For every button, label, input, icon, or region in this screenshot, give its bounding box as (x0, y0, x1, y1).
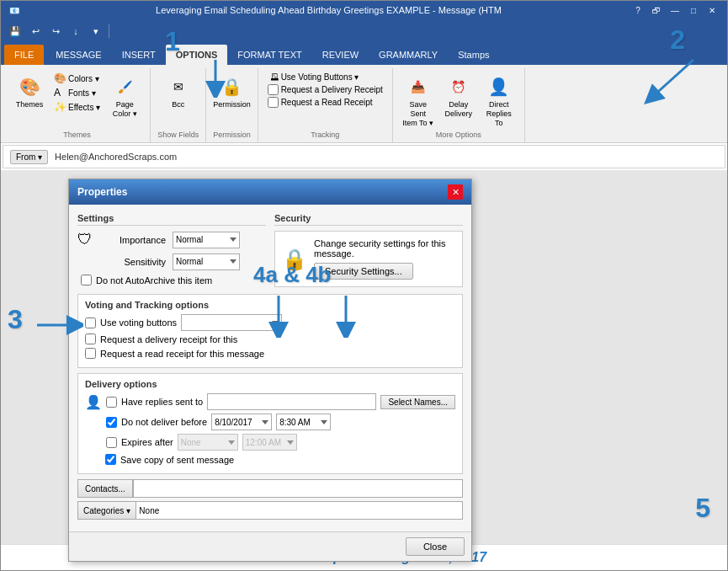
effects-icon: ✨ (54, 101, 66, 113)
tracking-content: 🗳 Use Voting Buttons ▾ Request a Deliver… (268, 72, 383, 129)
expires-checkbox[interactable] (106, 437, 117, 448)
ribbon-tabs: FILE MESSAGE INSERT OPTIONS FORMAT TEXT … (1, 43, 727, 65)
security-col: Security 🔒 Change security settings for … (274, 213, 463, 289)
ribbon-group-showfields: ✉ Bcc Show Fields (151, 68, 206, 142)
read-receipt-checkbox[interactable] (268, 97, 279, 108)
colors-btn[interactable]: 🎨 Colors ▾ (51, 72, 103, 85)
save-quick-btn[interactable]: 💾 (6, 22, 24, 40)
read-receipt-label: Request a Read Receipt (281, 98, 373, 107)
tab-stamps[interactable]: Stamps (448, 45, 499, 65)
categories-input[interactable] (136, 501, 463, 520)
delivery-time-select[interactable]: 8:30 AM (276, 414, 331, 430)
importance-label: Importance (103, 235, 166, 245)
voting-options-select[interactable] (181, 314, 282, 331)
tab-insert[interactable]: INSERT (112, 45, 166, 65)
permission-btn[interactable]: 🔒 Permission (213, 72, 250, 111)
themes-small-btns: 🎨 Colors ▾ A Fonts ▾ ✨ Effects ▾ (51, 72, 103, 114)
delivery-section: Delivery options 👤 Have replies sent to … (77, 373, 463, 474)
minimize-button[interactable]: — (667, 3, 683, 17)
effects-label: Effects ▾ (68, 103, 100, 112)
tab-review[interactable]: REVIEW (312, 45, 369, 65)
read-receipt-check[interactable]: Request a Read Receipt (268, 97, 383, 108)
person-icon: 👤 (85, 394, 102, 410)
tab-file[interactable]: FILE (4, 45, 44, 65)
security-content: Change security settings for this messag… (314, 238, 455, 280)
colors-label: Colors ▾ (68, 74, 99, 83)
bcc-btn[interactable]: ✉ Bcc (160, 72, 197, 111)
direct-replies-label: DirectReplies To (482, 100, 516, 127)
have-replies-input[interactable] (207, 393, 376, 410)
autoarchive-row: Do not AutoArchive this item (81, 275, 266, 286)
quick-access-toolbar: 💾 ↩ ↪ ↓ ▾ (1, 19, 727, 43)
dialog-body: Settings 🛡 Importance Normal High Low (69, 205, 471, 531)
title-bar: 📧 Leveraging Email Scheduling Ahead Birt… (1, 1, 727, 19)
have-replies-checkbox[interactable] (106, 397, 117, 408)
fonts-btn[interactable]: A Fonts ▾ (51, 86, 103, 99)
page-color-label: PageColor ▾ (113, 100, 137, 119)
down-quick-btn[interactable]: ↓ (66, 22, 85, 40)
security-section: 🔒 Change security settings for this mess… (274, 231, 463, 287)
expires-time-select[interactable]: 12:00 AM (242, 434, 297, 451)
maximize-button[interactable]: □ (685, 3, 702, 17)
direct-replies-btn[interactable]: 👤 DirectReplies To (481, 72, 518, 129)
dialog-titlebar: Properties ✕ (69, 179, 471, 205)
delivery-receipt-check[interactable]: Request a Delivery Receipt (268, 84, 383, 95)
tab-format-text[interactable]: FORMAT TEXT (227, 45, 311, 65)
from-button[interactable]: From ▾ (10, 150, 48, 164)
save-copy-label: Save copy of sent message (120, 455, 234, 465)
restore-button[interactable]: 🗗 (648, 3, 665, 17)
importance-select[interactable]: Normal High Low (173, 232, 240, 248)
read-receipt-dialog-checkbox[interactable] (85, 348, 96, 359)
tab-options[interactable]: OPTIONS (166, 45, 228, 65)
undo-quick-btn[interactable]: ↩ (26, 22, 45, 40)
help-button[interactable]: ? (630, 3, 646, 17)
autoarchive-checkbox[interactable] (81, 275, 92, 286)
compose-body: Properties ✕ Settings 🛡 Importance Norm (1, 170, 727, 544)
read-receipt-dialog-label: Request a read receipt for this message (100, 349, 264, 359)
close-dialog-btn[interactable]: Close (406, 537, 465, 556)
delivery-receipt-label: Request a Delivery Receipt (281, 85, 383, 94)
voting-group-box: Voting and Tracking options Use voting b… (77, 294, 463, 368)
save-sent-btn[interactable]: 📥 Save SentItem To ▾ (400, 72, 437, 129)
delivery-receipt-checkbox[interactable] (268, 84, 279, 95)
delivery-receipt-row: Request a delivery receipt for this (85, 334, 455, 344)
effects-btn[interactable]: ✨ Effects ▾ (51, 100, 103, 114)
themes-btn[interactable]: 🎨 Themes (11, 72, 48, 111)
showfields-content: ✉ Bcc (160, 72, 197, 129)
use-voting-checkbox[interactable] (85, 318, 96, 328)
categories-btn[interactable]: Categories ▾ (77, 501, 136, 520)
security-settings-btn[interactable]: Security Settings... (314, 263, 413, 280)
security-text: Change security settings for this messag… (314, 238, 455, 259)
tab-grammarly[interactable]: GRAMMARLY (369, 45, 448, 65)
delivery-date-select[interactable]: 8/10/2017 (211, 414, 272, 430)
autoarchive-label: Do not AutoArchive this item (96, 275, 212, 286)
do-not-deliver-label: Do not deliver before (121, 417, 207, 427)
expires-label: Expires after (121, 437, 173, 447)
dialog-close-x[interactable]: ✕ (448, 184, 463, 200)
ribbon-group-permission: 🔒 Permission Permission (206, 68, 258, 142)
delay-delivery-btn[interactable]: ⏰ DelayDelivery (440, 72, 477, 120)
sensitivity-select[interactable]: Normal Personal Private Confidential (173, 253, 240, 270)
delivery-group-title: Delivery options (85, 379, 455, 389)
close-button[interactable]: ✕ (704, 3, 720, 17)
delivery-receipt-dialog-checkbox[interactable] (85, 334, 96, 344)
permission-group-label: Permission (213, 131, 251, 139)
save-copy-checkbox[interactable] (105, 454, 116, 465)
select-names-btn[interactable]: Select Names... (380, 395, 455, 409)
app-window: 📧 Leveraging Email Scheduling Ahead Birt… (0, 0, 728, 571)
categories-dropdown-icon: ▾ (126, 506, 130, 515)
themes-label: Themes (16, 100, 44, 109)
bcc-icon: ✉ (165, 73, 192, 100)
expires-date-select[interactable]: None (178, 434, 238, 451)
contacts-input[interactable] (133, 479, 463, 498)
do-not-deliver-checkbox[interactable] (106, 417, 117, 428)
title-bar-controls: ? 🗗 — □ ✕ (630, 3, 720, 17)
sensitivity-row: 🛡 Sensitivity Normal Personal Private Co… (77, 253, 266, 270)
contacts-btn[interactable]: Contacts... (77, 479, 133, 498)
use-voting-btn[interactable]: 🗳 Use Voting Buttons ▾ (268, 72, 383, 83)
have-replies-row: 👤 Have replies sent to Select Names... (85, 393, 455, 410)
tab-message[interactable]: MESSAGE (45, 45, 111, 65)
dropdown-quick-btn[interactable]: ▾ (87, 22, 105, 40)
page-color-btn[interactable]: 🖌️ PageColor ▾ (106, 72, 143, 120)
redo-quick-btn[interactable]: ↪ (46, 22, 65, 40)
